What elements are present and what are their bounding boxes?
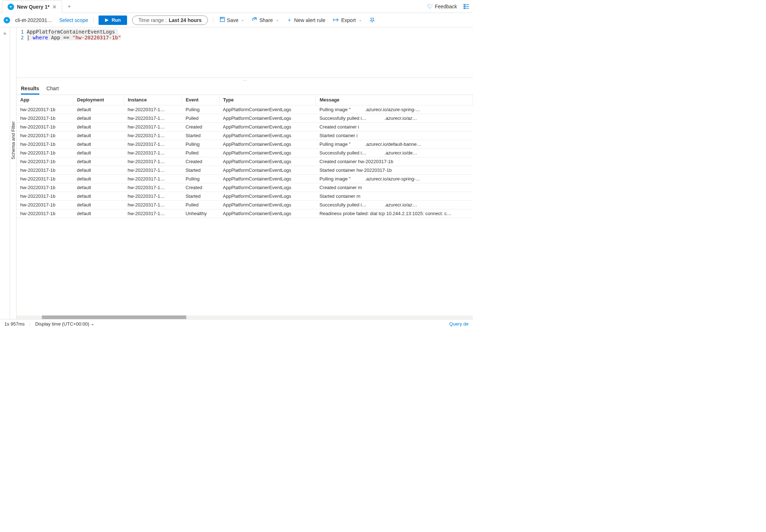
- display-time-picker[interactable]: Display time (UTC+00:00) ⌄: [35, 321, 95, 327]
- cell-message: Readiness probe failed: dial tcp 10.244.…: [316, 209, 473, 218]
- query-editor[interactable]: 1 AppPlatformContainerEventLogs 2 | wher…: [17, 27, 473, 78]
- cell-dep: default: [73, 183, 124, 192]
- pin-icon: [370, 18, 375, 23]
- cell-message: Successfully pulled image ".azurecr.io/a…: [316, 200, 473, 209]
- chevron-down-icon: ⌄: [241, 18, 244, 22]
- cell-dep: default: [73, 209, 124, 218]
- cell-evt: Started: [182, 131, 219, 140]
- cell-app: hw-20220317-1b: [17, 122, 73, 131]
- logs-icon: ⌖: [8, 4, 14, 10]
- save-label: Save: [227, 17, 239, 23]
- expand-left-rail[interactable]: »: [0, 27, 10, 319]
- tab-results[interactable]: Results: [21, 84, 39, 95]
- heart-icon: ♡: [427, 3, 433, 10]
- cell-dep: default: [73, 140, 124, 148]
- svg-rect-8: [221, 17, 223, 19]
- cell-inst: hw-20220317-1…: [124, 114, 182, 122]
- cell-evt: Created: [182, 183, 219, 192]
- table-row[interactable]: hw-20220317-1bdefaulthw-20220317-1…Start…: [17, 131, 473, 140]
- chevron-down-icon: ⌄: [359, 18, 362, 22]
- svg-rect-2: [464, 8, 465, 9]
- time-range-value: Last 24 hours: [169, 17, 202, 23]
- time-range-picker[interactable]: Time range : Last 24 hours: [132, 16, 208, 25]
- col-header[interactable]: Deployment: [73, 95, 124, 105]
- close-icon[interactable]: ✕: [52, 4, 57, 10]
- query-details-link[interactable]: Query de: [449, 321, 469, 327]
- cell-inst: hw-20220317-1…: [124, 140, 182, 148]
- cell-type: AppPlatformContainerEventLogs: [219, 166, 316, 174]
- table-row[interactable]: hw-20220317-1bdefaulthw-20220317-1…Pulle…: [17, 200, 473, 209]
- table-row[interactable]: hw-20220317-1bdefaulthw-20220317-1…Pulle…: [17, 114, 473, 122]
- table-row[interactable]: hw-20220317-1bdefaulthw-20220317-1…Creat…: [17, 157, 473, 166]
- cell-message: Started container i: [316, 131, 473, 140]
- table-row[interactable]: hw-20220317-1bdefaulthw-20220317-1…Start…: [17, 192, 473, 200]
- cell-inst: hw-20220317-1…: [124, 131, 182, 140]
- results-grid-wrapper: App Deployment Instance Event Type Messa…: [17, 95, 473, 315]
- col-header[interactable]: Type: [219, 95, 316, 105]
- feedback-label: Feedback: [435, 4, 457, 9]
- table-row[interactable]: hw-20220317-1bdefaulthw-20220317-1…Pulli…: [17, 105, 473, 114]
- tab-chart[interactable]: Chart: [47, 84, 59, 95]
- export-button[interactable]: Export ⌄: [332, 16, 363, 25]
- col-header[interactable]: Instance: [124, 95, 182, 105]
- cell-app: hw-20220317-1b: [17, 140, 73, 148]
- new-alert-button[interactable]: ＋ New alert rule: [285, 16, 327, 25]
- cell-dep: default: [73, 148, 124, 157]
- pin-button[interactable]: [368, 16, 376, 25]
- schema-filter-rail[interactable]: Schema and Filter: [10, 27, 17, 319]
- cell-app: hw-20220317-1b: [17, 157, 73, 166]
- schema-filter-label: Schema and Filter: [10, 121, 16, 160]
- cell-evt: Pulling: [182, 140, 219, 148]
- run-button[interactable]: Run: [99, 16, 127, 25]
- cell-app: hw-20220317-1b: [17, 114, 73, 122]
- cell-dep: default: [73, 131, 124, 140]
- table-row[interactable]: hw-20220317-1bdefaulthw-20220317-1…Pulle…: [17, 148, 473, 157]
- cell-type: AppPlatformContainerEventLogs: [219, 209, 316, 218]
- code-line: AppPlatformContainerEventLogs: [27, 29, 118, 35]
- separator: [93, 17, 93, 23]
- col-header[interactable]: Event: [182, 95, 219, 105]
- queries-pane-button[interactable]: [463, 4, 469, 9]
- separator: [30, 322, 30, 327]
- run-label: Run: [112, 17, 121, 23]
- col-header[interactable]: App: [17, 95, 73, 105]
- feedback-button[interactable]: ♡ Feedback: [427, 3, 457, 10]
- cell-inst: hw-20220317-1…: [124, 105, 182, 114]
- horizontal-scrollbar[interactable]: [17, 315, 473, 319]
- time-range-label: Time range :: [138, 17, 166, 23]
- share-button[interactable]: Share ⌄: [251, 16, 280, 25]
- cell-dep: default: [73, 174, 124, 183]
- main-area: » Schema and Filter 1 AppPlatformContain…: [0, 27, 473, 319]
- cell-type: AppPlatformContainerEventLogs: [219, 200, 316, 209]
- result-tabs: Results Chart: [17, 82, 473, 95]
- table-row[interactable]: hw-20220317-1bdefaulthw-20220317-1…Unhea…: [17, 209, 473, 218]
- cell-inst: hw-20220317-1…: [124, 122, 182, 131]
- col-header[interactable]: Message: [316, 95, 473, 105]
- scrollbar-thumb[interactable]: [42, 315, 186, 319]
- separator: [213, 17, 213, 23]
- cell-inst: hw-20220317-1…: [124, 192, 182, 200]
- tab-strip: ⌖ New Query 1* ✕ ＋ ♡ Feedback: [0, 0, 473, 13]
- cell-message: Pulling image ".azurecr.io/default-banne…: [316, 140, 473, 148]
- table-row[interactable]: hw-20220317-1bdefaulthw-20220317-1…Start…: [17, 166, 473, 174]
- cell-inst: hw-20220317-1…: [124, 166, 182, 174]
- cell-app: hw-20220317-1b: [17, 131, 73, 140]
- header-row: App Deployment Instance Event Type Messa…: [17, 95, 473, 105]
- table-row[interactable]: hw-20220317-1bdefaulthw-20220317-1…Pulli…: [17, 140, 473, 148]
- tab-active[interactable]: ⌖ New Query 1* ✕: [2, 0, 62, 13]
- status-bar: 1s 957ms Display time (UTC+00:00) ⌄ Quer…: [0, 319, 473, 328]
- cell-evt: Started: [182, 166, 219, 174]
- table-row[interactable]: hw-20220317-1bdefaulthw-20220317-1…Creat…: [17, 122, 473, 131]
- add-tab-button[interactable]: ＋: [64, 1, 74, 12]
- save-button[interactable]: Save ⌄: [218, 16, 246, 25]
- cell-app: hw-20220317-1b: [17, 166, 73, 174]
- select-scope-link[interactable]: Select scope: [59, 17, 88, 23]
- cell-evt: Created: [182, 122, 219, 131]
- new-alert-label: New alert rule: [294, 17, 325, 23]
- table-row[interactable]: hw-20220317-1bdefaulthw-20220317-1…Creat…: [17, 183, 473, 192]
- splitter-handle[interactable]: ∙∙∙: [17, 78, 473, 82]
- table-row[interactable]: hw-20220317-1bdefaulthw-20220317-1…Pulli…: [17, 174, 473, 183]
- cell-type: AppPlatformContainerEventLogs: [219, 131, 316, 140]
- line-number: 1: [17, 29, 27, 35]
- cell-message: Pulling image ".azurecr.io/azure-spring-…: [316, 105, 473, 114]
